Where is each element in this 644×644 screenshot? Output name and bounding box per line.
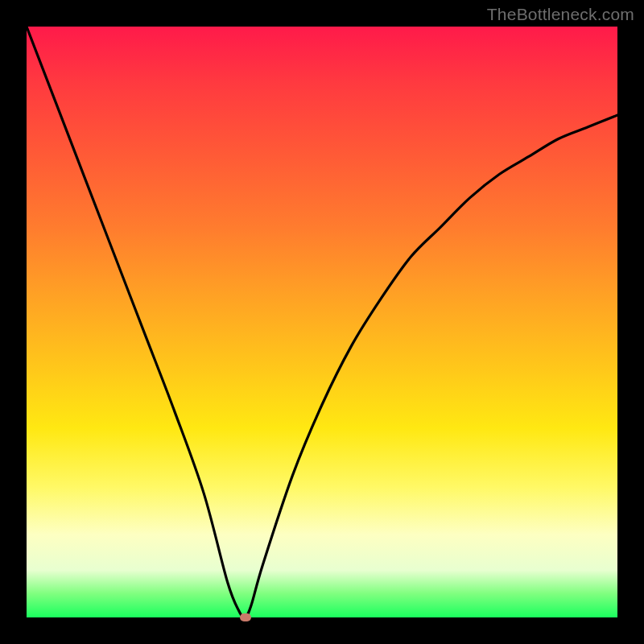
- bottleneck-curve: [27, 27, 617, 617]
- curve-svg: [27, 27, 617, 617]
- plot-area: [27, 27, 617, 617]
- minimum-marker: [240, 613, 251, 621]
- chart-frame: TheBottleneck.com: [0, 0, 644, 644]
- watermark: TheBottleneck.com: [487, 5, 634, 24]
